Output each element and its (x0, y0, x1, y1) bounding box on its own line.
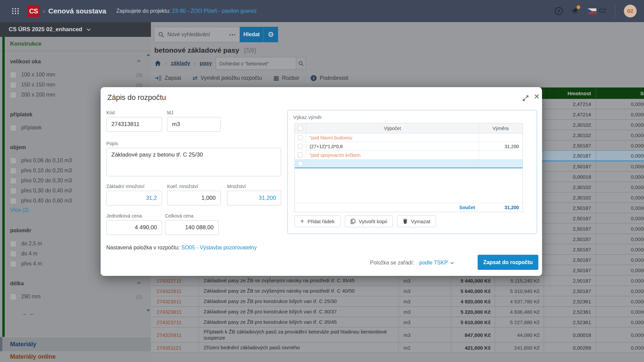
table-row[interactable]: 274323511 Základové pasy ze ŽB pro konst… (151, 296, 644, 307)
cell-hmotnost: 2,30102 (544, 182, 596, 192)
toolbar-rozbor[interactable]: ▦ Rozbor (273, 75, 300, 81)
checkbox-icon[interactable] (10, 241, 16, 247)
catalog-version-selector[interactable]: CS ÚRS 2025 02_enhanced (0, 22, 151, 37)
kod-field[interactable] (106, 117, 162, 132)
home-icon[interactable] (154, 60, 161, 67)
refine-search-input[interactable] (216, 57, 296, 70)
checkbox-icon[interactable] (298, 126, 303, 131)
scroll-down-icon[interactable] (147, 309, 150, 312)
cell-vypocet[interactable]: "pod spojovacím krčkem (306, 151, 479, 159)
checkbox-icon[interactable] (10, 72, 16, 78)
checkbox-icon[interactable] (10, 178, 16, 184)
chevron-up-icon (137, 282, 141, 285)
refine-search-button[interactable] (296, 57, 306, 70)
breadcrumb-zaklady[interactable]: základy (171, 60, 190, 66)
popis-label: Popis (106, 141, 118, 146)
cell-sut: 0,00000 (596, 151, 644, 161)
cell-vypocet[interactable]: "pod hlavní budovou (306, 133, 479, 142)
select-all-cell (295, 123, 306, 133)
sidebar-section-konstrukce[interactable]: Konstrukce (0, 37, 151, 51)
table-row[interactable]: 274322811 Základové pasy ze ŽB se zvýšen… (151, 286, 644, 296)
cs-logo[interactable]: CS (28, 5, 40, 17)
avatar[interactable]: DZ (624, 5, 637, 17)
vykaz-vymer-panel: Výkaz výměr Výpočet Výměra "pod hlavní b… (287, 110, 537, 234)
checkbox-icon[interactable] (10, 188, 16, 194)
delete-button[interactable]: Vymazat (397, 215, 436, 227)
cell-sut: 0,00000 (596, 307, 644, 317)
checkbox-icon[interactable] (10, 294, 16, 300)
toolbar-vymenit[interactable]: ⇄ Vyměnit položku rozpočtu (193, 75, 262, 81)
search-settings-button[interactable]: ⚙ (263, 27, 278, 42)
cell-code: 274322811 (151, 286, 199, 296)
expand-icon[interactable] (522, 95, 529, 102)
budget-item-link[interactable]: SO05 - Výstavba pozorovatelny (181, 245, 257, 250)
search-button[interactable]: Hledat (240, 27, 263, 42)
koef-mnozstvi-field[interactable] (167, 191, 221, 205)
filter-group-header[interactable]: velikost oka (10, 58, 151, 65)
close-icon[interactable]: × (533, 90, 541, 103)
copy-button[interactable]: Vytvořit kopii (345, 215, 393, 227)
mnozstvi-field[interactable] (227, 191, 281, 205)
zakladni-mnozstvi-field[interactable] (106, 191, 162, 205)
language-switch[interactable]: CZ (588, 8, 606, 14)
checkbox-icon[interactable] (10, 92, 16, 98)
filter-group-header[interactable]: prostředí (10, 313, 151, 315)
table-row[interactable]: 274351121 Zřízení bednění základových pa… (151, 343, 644, 353)
jednotkova-cena-field[interactable] (106, 220, 162, 235)
checkbox-icon[interactable] (10, 125, 16, 131)
checkbox-icon[interactable] (298, 161, 303, 166)
table-row[interactable]: 274322711 Základové pasy ze ŽB se zvýšen… (151, 276, 644, 286)
table-row[interactable]: 274323611 Základové pasy ze ŽB pro konst… (151, 307, 644, 317)
checkbox-icon[interactable] (298, 144, 303, 149)
celkova-cena-field[interactable] (165, 220, 219, 235)
classification-dropdown[interactable]: podle TSKP (419, 260, 453, 266)
search-placeholder: Nové vyhledávání (167, 32, 226, 38)
breadcrumb-pasy[interactable]: pasy (200, 60, 212, 66)
cell-hmotnost: 2,50187 (544, 286, 596, 296)
vykaz-row[interactable]: "pod spojovacím krčkem (295, 151, 523, 160)
search-bar: Nové vyhledávání ⋯ Hledat ⚙ (154, 27, 278, 42)
scroll-up-icon[interactable] (147, 54, 150, 56)
announcements-button[interactable] (572, 7, 579, 15)
popis-field[interactable] (106, 148, 281, 176)
cell-hmotnost: 2,50187 (544, 203, 596, 213)
vykaz-row[interactable]: "pod hlavní budovou (295, 133, 523, 142)
vykaz-row[interactable] (295, 160, 523, 168)
cell-hmotnost: 2,50187 (544, 161, 596, 171)
filter-item-label: 100 x 100 mm (21, 72, 55, 78)
tab-materialy-online[interactable]: Materiály online (0, 351, 151, 362)
cell-unit-price: 5 220,000 Kč (451, 307, 495, 317)
search-input[interactable]: Nové vyhledávání ⋯ (154, 27, 240, 42)
help-icon[interactable]: ? (555, 7, 563, 15)
cell-hmotnost: 2,50187 (544, 265, 596, 275)
cell-vypocet[interactable]: (27+12)*1,0*0,8 (306, 142, 479, 150)
submit-button[interactable]: Zapsat do rozpočtu (478, 255, 538, 270)
checkbox-icon[interactable] (10, 168, 16, 174)
tab-materialy[interactable]: Materiály (0, 337, 151, 351)
copy-icon (351, 219, 356, 224)
toolbar-zapsat[interactable]: Zapsat (155, 75, 181, 81)
toolbar-podrobnosti[interactable]: i Podrobnosti (311, 75, 348, 81)
more-options-icon[interactable]: ⋯ (229, 31, 236, 39)
table-row[interactable]: 274325911 Příplatek k ŽB základových pas… (151, 327, 644, 343)
checkbox-icon[interactable] (298, 153, 303, 158)
apps-grid-icon[interactable] (11, 7, 19, 15)
checkbox-icon[interactable] (10, 198, 16, 204)
checkbox-icon[interactable] (298, 135, 303, 140)
filter-checkbox-item[interactable]: 100 x 100 mm (3) (10, 70, 151, 80)
checkbox-icon[interactable] (10, 82, 16, 88)
mj-field[interactable] (167, 117, 221, 132)
add-row-button[interactable]: + Přidat řádek (294, 215, 340, 227)
cell-unit-price: 4 920,000 Kč (451, 296, 495, 306)
checkbox-icon[interactable] (10, 158, 16, 164)
cell-hmotnost: 2,50187 (544, 224, 596, 234)
checkbox-icon[interactable] (10, 261, 16, 267)
filter-group-header[interactable]: délka (10, 280, 151, 287)
checkbox-icon[interactable] (10, 251, 16, 257)
table-row[interactable]: 274323711 Základové pasy ze ŽB pro konst… (151, 317, 644, 327)
vykaz-row[interactable]: (27+12)*1,0*0,8 31,200 (295, 142, 523, 151)
cell-vypocet[interactable] (306, 160, 479, 168)
filter-checkbox-item[interactable]: 290 mm (2) (10, 292, 151, 302)
project-link[interactable]: 23-90 - ZOO Plzeň - pavilon guerez (172, 8, 257, 14)
cell-total-price: 241,650 Kč (495, 343, 544, 353)
